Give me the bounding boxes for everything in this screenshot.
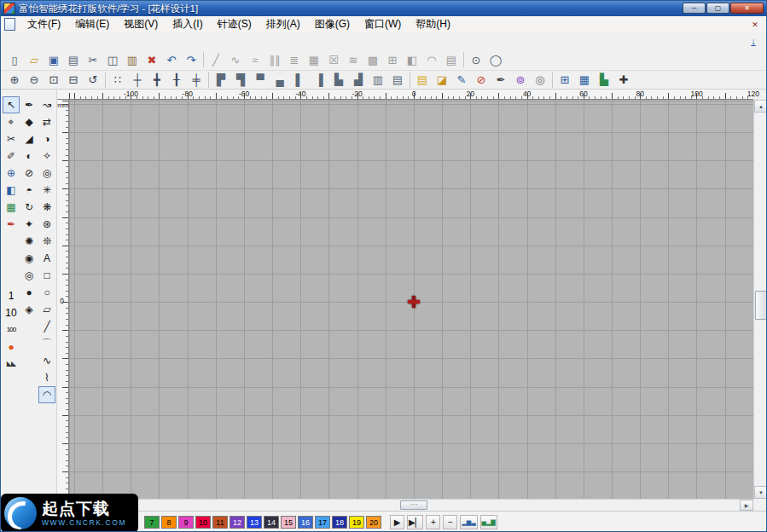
zoom-tool[interactable]: ⊕	[3, 165, 20, 182]
menu-file[interactable]: 文件(F)	[20, 16, 67, 32]
grid-tool[interactable]: ▦	[3, 199, 20, 216]
density-chart-button[interactable]: ▅▂▇	[480, 515, 497, 529]
play-to-end-button[interactable]: ▶▏	[407, 515, 423, 529]
wedge-tool[interactable]: ◢	[20, 130, 38, 147]
align-top-icon[interactable]: ▀	[251, 72, 270, 89]
pencil-icon[interactable]: ✎	[452, 72, 471, 89]
redo-icon[interactable]: ↷	[182, 51, 200, 68]
parallelogram-tool[interactable]: ▱	[38, 301, 55, 318]
menu-image[interactable]: 图像(G)	[308, 16, 357, 32]
scroll-up-icon[interactable]: ▲	[754, 100, 767, 113]
save-icon[interactable]: ▣	[44, 51, 63, 68]
zoom-previous-icon[interactable]: ↺	[84, 72, 102, 89]
tatami-stitch-icon[interactable]: ▦	[305, 51, 323, 68]
burst-tool[interactable]: ✺	[20, 233, 38, 250]
zigzag-stitch-icon[interactable]: ≈	[246, 51, 264, 68]
rings-icon[interactable]: ◎	[531, 72, 549, 89]
align-center-v-icon[interactable]: ▐	[310, 72, 328, 89]
spoke-tool[interactable]: ⊛	[38, 216, 55, 233]
menu-view[interactable]: 视图(V)	[117, 16, 165, 32]
half-right-tool[interactable]: ◑	[38, 130, 55, 147]
pen-nib-tool[interactable]: ✒	[20, 96, 38, 113]
line-tool[interactable]: ╱	[38, 318, 55, 335]
distribute-h-icon[interactable]: ▙	[329, 72, 348, 89]
palette-swatch[interactable]: 16	[298, 516, 313, 529]
grid-100-button[interactable]: 100	[3, 321, 20, 338]
target-tool[interactable]: ◎	[38, 165, 55, 182]
run-stitch-icon[interactable]: ╱	[206, 51, 225, 68]
pen-red-tool[interactable]: ✒	[3, 216, 20, 233]
design-canvas[interactable]	[69, 100, 753, 499]
copy-icon[interactable]: ◫	[103, 51, 122, 68]
zoom-fit-icon[interactable]: ⊟	[64, 72, 83, 89]
forbid-tool[interactable]: ⊘	[20, 165, 38, 182]
menu-arrange[interactable]: 排列(A)	[259, 16, 307, 32]
star-point-tool[interactable]: ✧	[38, 147, 55, 165]
palette-swatch[interactable]: 19	[349, 516, 364, 529]
notes-icon[interactable]: ▤	[413, 72, 432, 89]
horizontal-scroll-thumb[interactable]: ⋯	[400, 500, 427, 510]
worksheet-icon[interactable]: ▦	[575, 72, 594, 89]
contour-stitch-icon[interactable]: ◠	[422, 51, 441, 68]
align-right-icon[interactable]: ▜	[231, 72, 250, 89]
dot-tool[interactable]: ●	[20, 284, 38, 301]
curve-arc-tool[interactable]: ◠	[38, 386, 55, 403]
menu-window[interactable]: 窗口(W)	[357, 16, 408, 32]
color-wheel-icon[interactable]: ⊚	[511, 72, 530, 89]
toolbar-overflow-button[interactable]: ↓	[747, 34, 760, 48]
diamond-tool[interactable]: ◆	[20, 113, 38, 130]
fill-tool[interactable]: ◧	[3, 182, 20, 199]
palette-swatch[interactable]: 10	[195, 516, 211, 529]
vertical-scrollbar[interactable]: ▲ ▼	[753, 100, 767, 499]
restore-button[interactable]: ▢	[706, 3, 729, 14]
palette-swatch[interactable]: 13	[247, 516, 262, 529]
nudge-all-icon[interactable]: ╋	[148, 72, 166, 89]
e-stitch-icon[interactable]: ≣	[285, 51, 304, 68]
sequence-chart-button[interactable]: ▂▆▃	[460, 515, 477, 529]
flip-tool[interactable]: ◓	[20, 182, 38, 199]
palette-swatch[interactable]: 18	[332, 516, 347, 529]
palette-swatch[interactable]: 9	[178, 516, 194, 529]
move-icon[interactable]: ┼	[128, 72, 147, 89]
half-circle-tool[interactable]: ◐	[20, 147, 38, 165]
menu-edit[interactable]: 编辑(E)	[68, 16, 116, 32]
pencil-tool[interactable]: ✐	[3, 147, 20, 165]
transform-tool[interactable]: ⌖	[3, 113, 20, 130]
align-bottom-icon[interactable]: ▄	[270, 72, 289, 89]
add-icon[interactable]: ✚	[614, 72, 633, 89]
print-icon[interactable]: ▤	[64, 51, 83, 68]
open-icon[interactable]: ▱	[25, 51, 44, 68]
curve-tool[interactable]: ↝	[38, 96, 55, 113]
palette-swatch[interactable]: 11	[212, 516, 228, 529]
distribute-v-icon[interactable]: ▟	[349, 72, 368, 89]
select-tool[interactable]: ↖	[3, 96, 20, 113]
scroll-right-icon[interactable]: ▶	[740, 500, 753, 511]
remove-color-button[interactable]: −	[443, 515, 457, 529]
grid-stitch-icon[interactable]: ⊞	[383, 51, 402, 68]
applique-stitch-icon[interactable]: ◧	[403, 51, 421, 68]
delete-icon[interactable]: ✖	[142, 51, 161, 68]
palette-swatch[interactable]: 14	[264, 516, 279, 529]
mirror-tool[interactable]: ⇄	[38, 113, 55, 130]
motif-stitch-icon[interactable]: ≋	[344, 51, 363, 68]
paste-icon[interactable]: ▥	[123, 51, 142, 68]
ellipse-tool[interactable]: ○	[38, 284, 55, 301]
ring-tool[interactable]: ◎	[20, 267, 38, 284]
table-icon[interactable]: ⊞	[555, 72, 574, 89]
play-button[interactable]: ▶	[390, 515, 404, 529]
circle-filled-tool[interactable]: ◉	[20, 250, 38, 267]
align-center-h-icon[interactable]: ▌	[290, 72, 309, 89]
cross-stitch-icon[interactable]: ☒	[324, 51, 343, 68]
grid-10-button[interactable]: 10	[3, 304, 20, 321]
chart-icon[interactable]: ▙	[595, 72, 613, 89]
asterisk-tool[interactable]: ✳	[38, 182, 55, 199]
close-button[interactable]: ✕	[730, 3, 764, 14]
rectangle-tool[interactable]: □	[38, 267, 55, 284]
cut-icon[interactable]: ✂	[84, 51, 102, 68]
menu-help[interactable]: 帮助(H)	[409, 16, 457, 32]
add-color-button[interactable]: +	[426, 515, 440, 529]
grid-dots-icon[interactable]: ∷	[108, 72, 127, 89]
circle-outline-icon[interactable]: ◯	[486, 51, 505, 68]
flower-tool[interactable]: ❋	[38, 199, 55, 216]
sequin-icon[interactable]: ⊙	[467, 51, 485, 68]
